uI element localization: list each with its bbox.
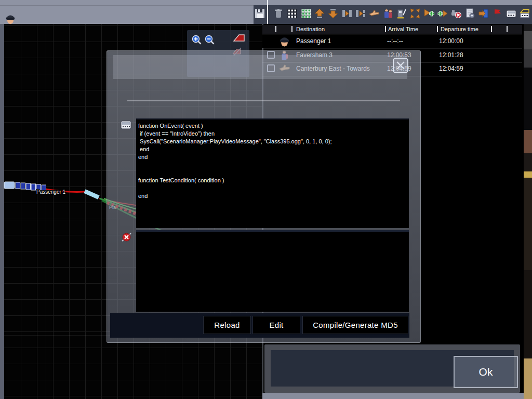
row1-departure[interactable]: 12:00:00: [439, 37, 463, 45]
center-view-icon[interactable]: [409, 8, 421, 19]
grid-green-icon[interactable]: [300, 8, 312, 19]
script-gear-icon[interactable]: [464, 8, 476, 19]
portal-arrow-icon[interactable]: [478, 8, 489, 19]
remove-train-icon[interactable]: [450, 8, 462, 19]
ok-button[interactable]: Ok: [454, 356, 518, 388]
dialog-separator-line: [127, 100, 400, 101]
delete-icon[interactable]: [273, 8, 284, 19]
header-tick: [275, 26, 276, 32]
editor-window: Passenger 1 ▼: [0, 0, 532, 399]
script-panel-icon: [121, 121, 131, 129]
lower-terrain-icon[interactable]: [327, 8, 339, 19]
bottom-strip: [262, 393, 524, 399]
driver-head-icon: [5, 12, 16, 25]
world-view-sliver: [524, 171, 532, 178]
col-departure[interactable]: Departure time: [441, 26, 478, 32]
gradient-marker-icon[interactable]: [233, 32, 244, 44]
zoom-in-icon[interactable]: [191, 34, 203, 46]
col-arrival[interactable]: Arrival Time: [388, 26, 418, 32]
train-lead-car[interactable]: [4, 182, 15, 189]
header-tick: [507, 26, 508, 32]
zoom-out-icon[interactable]: [204, 34, 216, 46]
world-view-sliver: [524, 153, 532, 171]
world-view-sliver: [524, 130, 532, 153]
driver-head-icon: [278, 34, 290, 48]
raise-terrain-icon[interactable]: [314, 8, 325, 19]
marker-panel-icon[interactable]: [506, 8, 517, 19]
world-view-sliver: [524, 31, 532, 49]
row2-departure[interactable]: 12:01:28: [439, 51, 463, 59]
row1-arrival[interactable]: --:--:--: [387, 37, 403, 45]
station-marker-icon[interactable]: [519, 8, 530, 19]
fuel-point-icon[interactable]: [396, 8, 407, 19]
grid-white-icon[interactable]: [286, 8, 298, 19]
world-view-sliver: [524, 49, 532, 68]
reload-button[interactable]: Reload: [203, 316, 251, 334]
save-icon[interactable]: [254, 8, 265, 19]
hand-pointer-icon[interactable]: [368, 8, 380, 19]
world-view-sliver: [524, 24, 532, 31]
flag-icon[interactable]: [491, 8, 503, 19]
insert-icon[interactable]: [341, 8, 353, 19]
edit-button[interactable]: Edit: [252, 316, 300, 334]
close-icon[interactable]: [393, 58, 408, 73]
drive-add-icon[interactable]: [423, 8, 435, 19]
world-view-sliver: [524, 358, 532, 399]
row-separator: [262, 48, 522, 48]
header-tick: [437, 26, 438, 32]
compile-generate-md5-button[interactable]: Compile/Generate MD5: [302, 316, 408, 334]
dialog-header-band: [113, 55, 407, 79]
compile-error-icon: [121, 232, 132, 243]
toolbar-divider: [267, 0, 268, 24]
add-service-icon[interactable]: [437, 8, 448, 19]
extract-icon[interactable]: [355, 8, 366, 19]
world-view-sliver: [524, 270, 532, 358]
train-label: Passenger 1: [36, 189, 66, 195]
passengers-icon[interactable]: [382, 8, 394, 19]
script-code-area[interactable]: function OnEvent( event ) if (event == "…: [136, 118, 409, 228]
col-destination[interactable]: Destination: [296, 26, 325, 32]
script-output-area[interactable]: [136, 230, 409, 312]
world-view-sliver: [524, 68, 532, 130]
row1-destination[interactable]: Passenger 1: [296, 37, 331, 45]
row3-departure[interactable]: 12:04:59: [439, 65, 463, 72]
header-tick: [291, 26, 292, 32]
header-tick: [385, 26, 386, 32]
header-tick: [491, 26, 492, 32]
world-view-sliver: [524, 178, 532, 270]
